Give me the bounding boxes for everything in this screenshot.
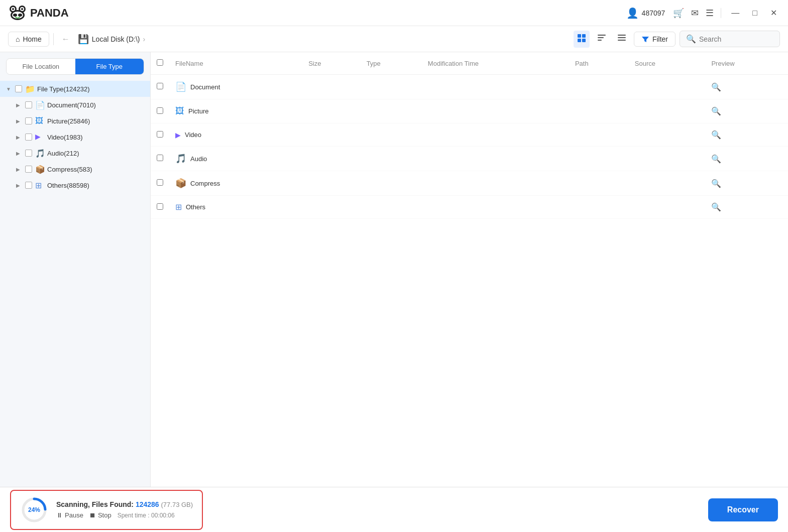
tree-item-picture[interactable]: ▶ 🖼 Picture(25846) — [10, 113, 150, 129]
svg-rect-12 — [578, 39, 581, 42]
row-checkbox-document[interactable] — [151, 75, 169, 99]
row-preview-audio[interactable]: 🔍 — [705, 147, 788, 171]
tree-arrow-video: ▶ — [16, 135, 22, 140]
table-body: 📄 Document 🔍 🖼 — [151, 75, 788, 219]
back-button[interactable]: ← — [58, 33, 74, 46]
pause-icon: ⏸ — [56, 511, 63, 519]
home-button[interactable]: ⌂ Home — [8, 32, 49, 47]
row-preview-video[interactable]: 🔍 — [705, 123, 788, 147]
breadcrumb-arrow: › — [143, 35, 146, 43]
breadcrumb-label: Local Disk (D:\) — [92, 35, 140, 43]
header-preview: Preview — [705, 52, 788, 75]
svg-rect-13 — [582, 39, 586, 42]
preview-icon-video[interactable]: 🔍 — [711, 130, 721, 139]
table-row: 🖼 Picture 🔍 — [151, 99, 788, 123]
search-input[interactable] — [699, 35, 773, 43]
user-avatar-icon: 👤 — [626, 7, 639, 19]
scan-info: Scanning, Files Found: 124286 (77.73 GB)… — [56, 500, 193, 519]
row-name-document: Document — [190, 83, 220, 91]
row-checkbox-others[interactable] — [151, 196, 169, 219]
cart-icon[interactable]: 🛒 — [673, 8, 684, 19]
tree-label-audio: Audio(212) — [47, 150, 79, 157]
preview-icon-document[interactable]: 🔍 — [711, 83, 721, 91]
preview-icon-compress[interactable]: 🔍 — [711, 179, 721, 188]
tree-icon-document: 📄 — [35, 100, 44, 109]
tree-checkbox-others[interactable] — [25, 182, 32, 189]
menu-icon[interactable]: ☰ — [706, 8, 714, 19]
row-checkbox-picture[interactable] — [151, 99, 169, 123]
header-checkbox-col — [151, 52, 169, 75]
progress-circle: 24% — [20, 496, 48, 524]
table-header-row: FileName Size Type Modification Time Pat… — [151, 52, 788, 75]
files-size: (77.73 GB) — [161, 501, 193, 508]
close-button[interactable]: ✕ — [767, 7, 780, 19]
svg-point-5 — [21, 8, 23, 10]
search-box: 🔍 — [680, 31, 780, 47]
preview-icon-audio[interactable]: 🔍 — [711, 155, 721, 163]
tree-checkbox-picture[interactable] — [25, 117, 32, 124]
tree-icon-video: ▶ — [35, 132, 44, 142]
tree-arrow-audio: ▶ — [16, 151, 22, 156]
preview-icon-picture[interactable]: 🔍 — [711, 107, 721, 115]
row-checkbox-compress[interactable] — [151, 171, 169, 196]
row-preview-compress[interactable]: 🔍 — [705, 171, 788, 196]
recover-button[interactable]: Recover — [708, 498, 778, 521]
table-row: ⊞ Others 🔍 — [151, 196, 788, 219]
header-filename[interactable]: FileName — [169, 52, 302, 75]
header-modification-time[interactable]: Modification Time — [422, 52, 569, 75]
tree-checkbox-video[interactable] — [25, 134, 32, 141]
tree-checkbox-document[interactable] — [25, 101, 32, 108]
grid-view-button[interactable] — [574, 31, 590, 48]
tab-file-location[interactable]: File Location — [7, 59, 75, 74]
svg-point-9 — [18, 14, 22, 17]
user-id: 487097 — [642, 9, 665, 17]
tree-label-video: Video(1983) — [47, 134, 83, 141]
user-info: 👤 487097 — [626, 7, 665, 19]
message-icon[interactable]: ✉ — [691, 8, 699, 19]
row-checkbox-audio[interactable] — [151, 147, 169, 171]
tree-item-document[interactable]: ▶ 📄 Document(7010) — [10, 97, 150, 113]
svg-point-8 — [13, 14, 17, 17]
sort-view-button[interactable] — [594, 31, 610, 48]
tree-label-others: Others(88598) — [47, 182, 89, 189]
app-title: PANDA — [30, 7, 69, 20]
tree-item-audio[interactable]: ▶ 🎵 Audio(212) — [10, 145, 150, 161]
row-name-video: Video — [185, 131, 201, 139]
list-view-button[interactable] — [614, 31, 630, 48]
tree-icon-picture: 🖼 — [35, 116, 44, 125]
select-all-checkbox[interactable] — [157, 59, 163, 66]
row-icon-audio: 🎵 — [175, 153, 186, 164]
row-preview-others[interactable]: 🔍 — [705, 196, 788, 219]
tree-label-compress: Compress(583) — [47, 166, 92, 173]
tree-item-compress[interactable]: ▶ 📦 Compress(583) — [10, 161, 150, 177]
header-size[interactable]: Size — [302, 52, 360, 75]
tab-file-type[interactable]: File Type — [75, 59, 144, 74]
row-checkbox-video[interactable] — [151, 123, 169, 147]
row-preview-document[interactable]: 🔍 — [705, 75, 788, 99]
filter-button[interactable]: Filter — [634, 32, 676, 47]
stop-button[interactable]: ⏹ Stop — [89, 511, 111, 519]
minimize-button[interactable]: — — [728, 8, 742, 19]
preview-icon-others[interactable]: 🔍 — [711, 203, 721, 211]
header-type[interactable]: Type — [361, 52, 422, 75]
table-row: 📦 Compress 🔍 — [151, 171, 788, 196]
pause-button[interactable]: ⏸ Pause — [56, 511, 83, 519]
row-icon-document: 📄 — [175, 81, 186, 92]
tree-label-picture: Picture(25846) — [47, 117, 90, 125]
row-preview-picture[interactable]: 🔍 — [705, 99, 788, 123]
tree-root[interactable]: ▼ 📁 File Type(124232) — [0, 81, 150, 97]
row-icon-others: ⊞ — [175, 202, 182, 212]
filter-label: Filter — [652, 35, 668, 43]
tree-item-video[interactable]: ▶ ▶ Video(1983) — [10, 129, 150, 145]
header-path[interactable]: Path — [569, 52, 629, 75]
tree-checkbox-compress[interactable] — [25, 166, 32, 173]
tree-item-others[interactable]: ▶ ⊞ Others(88598) — [10, 177, 150, 193]
table-row: ▶ Video 🔍 — [151, 123, 788, 147]
row-name-others: Others — [186, 203, 205, 211]
tree-icon-audio: 🎵 — [35, 149, 44, 158]
tree-checkbox-audio[interactable] — [25, 150, 32, 157]
maximize-button[interactable]: □ — [749, 8, 760, 19]
tree-checkbox-root[interactable] — [15, 85, 22, 92]
row-icon-picture: 🖼 — [175, 106, 184, 116]
header-source[interactable]: Source — [629, 52, 706, 75]
